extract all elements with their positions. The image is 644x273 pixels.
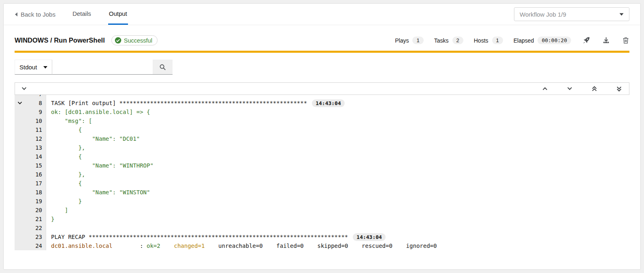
tab-details[interactable]: Details [72, 4, 92, 25]
chevron-down-icon [21, 87, 27, 90]
caret-down-icon [43, 66, 47, 69]
console-text-segment: changed=1 [174, 243, 205, 249]
console-row[interactable]: 7 [15, 95, 629, 99]
line-gutter: 14 [15, 152, 46, 161]
console-text-segment: : [113, 243, 147, 249]
console-text-segment: }, [51, 171, 85, 178]
page-title: WINDOWS / Run PowerShell [15, 37, 105, 44]
stat-elapsed-time: 00:00:20 [537, 37, 571, 44]
line-number: 13 [25, 143, 46, 152]
line-gutter: 20 [15, 206, 46, 215]
delete-job-button[interactable] [622, 37, 629, 44]
search-button[interactable] [153, 60, 173, 75]
caret-down-icon [619, 13, 624, 16]
line-gutter: 24 [15, 241, 46, 250]
line-number: 19 [25, 197, 46, 206]
collapse-all-button[interactable] [21, 87, 27, 90]
workflow-job-select[interactable]: Workflow Job 1/9 [514, 7, 629, 21]
scroll-down-button[interactable] [567, 87, 572, 90]
line-gutter: 7 [15, 95, 46, 99]
line-gutter: 23 [15, 232, 46, 241]
console-text-segment: PLAY RECAP *****************************… [51, 234, 348, 240]
search-field-select[interactable]: Stdout [15, 60, 52, 75]
console-text-segment: "Name": "WINTHROP" [51, 162, 154, 169]
console-row[interactable]: 13 }, [15, 143, 629, 152]
console-row[interactable]: 24dc01.ansible.local : ok=2 changed=1 un… [15, 241, 629, 250]
console-text-segment: dc01.ansible.local [51, 243, 113, 249]
console-row[interactable]: 16 }, [15, 170, 629, 179]
stat-hosts-count: 1 [492, 37, 503, 44]
workflow-job-select-value: Workflow Job 1/9 [520, 11, 566, 18]
console-text-segment: TASK [Print output] ********************… [51, 100, 307, 106]
console-row[interactable]: 12 "Name": "DC01" [15, 134, 629, 143]
line-number: 15 [25, 161, 46, 170]
console-text-segment: ok: [dc01.ansible.local] => { [51, 109, 150, 115]
line-content [46, 224, 629, 232]
chevron-down-icon[interactable] [15, 101, 25, 105]
stat-plays-count: 1 [412, 37, 423, 44]
line-gutter: 21 [15, 215, 46, 224]
line-gutter: 15 [15, 161, 46, 170]
line-number: 23 [25, 232, 46, 241]
console-row[interactable]: 15 "Name": "WINTHROP" [15, 161, 629, 170]
line-content: { [46, 179, 629, 188]
console-text-segment: { [51, 127, 82, 133]
search-input[interactable] [52, 60, 153, 75]
line-content: { [46, 152, 629, 161]
line-content: TASK [Print output] ********************… [46, 99, 629, 107]
console-row[interactable]: 23PLAY RECAP ***************************… [15, 232, 629, 241]
line-content: } [46, 197, 629, 206]
console-row[interactable]: 21} [15, 215, 629, 224]
console-scroll-controls [542, 86, 622, 92]
console-row[interactable]: 9ok: [dc01.ansible.local] => { [15, 107, 629, 116]
tab-bar: Back to Jobs Details Output Workflow Job… [4, 4, 640, 25]
console-row[interactable]: 22 [15, 224, 629, 232]
line-number: 21 [25, 215, 46, 224]
download-output-button[interactable] [602, 37, 610, 44]
tab-output[interactable]: Output [108, 4, 128, 25]
console-row[interactable]: 14 { [15, 152, 629, 161]
line-gutter: 16 [15, 170, 46, 179]
scroll-to-bottom-button[interactable] [616, 86, 622, 92]
scroll-to-top-button[interactable] [592, 86, 597, 92]
line-content: dc01.ansible.local : ok=2 changed=1 unre… [46, 241, 629, 250]
relaunch-button[interactable] [582, 37, 590, 44]
timestamp-badge: 14:43:04 [353, 233, 386, 241]
line-number: 17 [25, 179, 46, 188]
console-row[interactable]: 10 "msg": [ [15, 116, 629, 125]
line-content: "msg": [ [46, 116, 629, 125]
console-text-segment: } [51, 216, 54, 222]
scroll-up-button[interactable] [542, 87, 548, 90]
console-text-segment: "Name": "DC01" [51, 135, 140, 142]
console-row[interactable]: 11 { [15, 125, 629, 134]
console-row[interactable]: 20 ] [15, 206, 629, 215]
line-gutter: 8 [15, 99, 46, 107]
stat-tasks-count: 2 [452, 37, 463, 44]
back-link-label: Back to Jobs [21, 11, 55, 18]
job-status-accent-bar [15, 51, 629, 53]
status-badge: Successful [111, 35, 158, 45]
chevron-up-icon [542, 87, 548, 90]
line-number: 22 [25, 224, 46, 232]
double-chevron-down-icon [616, 86, 622, 92]
line-content: "Name": "WINTHROP" [46, 161, 629, 170]
console-text-segment: unreachable=0 failed=0 skipped=0 rescued… [205, 243, 437, 249]
console-row[interactable]: 19 } [15, 197, 629, 206]
back-to-jobs-link[interactable]: Back to Jobs [15, 4, 55, 25]
line-gutter: 17 [15, 179, 46, 188]
line-number: 11 [25, 125, 46, 134]
line-gutter: 18 [15, 188, 46, 197]
console-row[interactable]: 8TASK [Print output] *******************… [15, 99, 629, 107]
rocket-icon [582, 37, 590, 44]
job-actions [582, 37, 629, 44]
console-text-segment: } [51, 198, 82, 204]
stat-plays: Plays 1 [395, 37, 423, 44]
console-row[interactable]: 17 { [15, 179, 629, 188]
search-icon [159, 64, 166, 71]
line-gutter: 10 [15, 116, 46, 125]
console-row[interactable]: 18 "Name": "WINSTON" [15, 188, 629, 197]
line-number: 7 [25, 95, 46, 99]
console-text-segment: "Name": "WINSTON" [51, 189, 150, 196]
line-gutter: 19 [15, 197, 46, 206]
console-text-segment: "msg": [ [51, 118, 92, 124]
